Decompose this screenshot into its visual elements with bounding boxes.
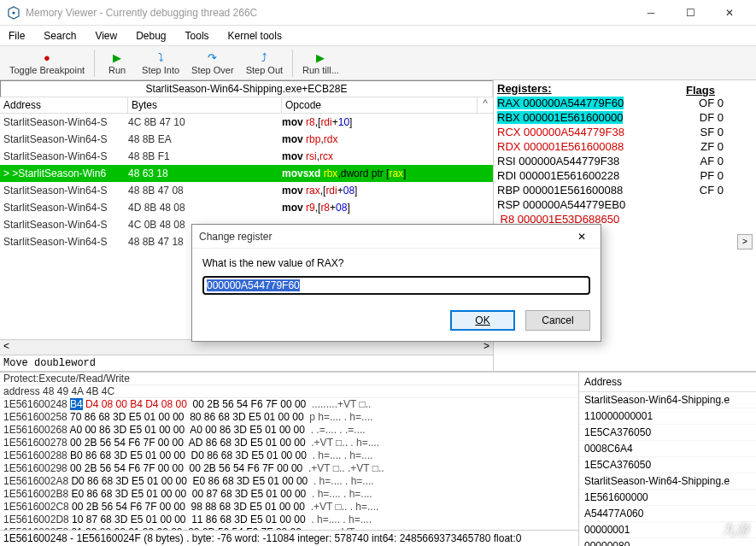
row-opcode: mov rax,[rdi+08]	[282, 185, 493, 197]
hex-row[interactable]: 1E561600298 00 2B 56 54 F6 7F 00 00 00 2…	[0, 462, 578, 475]
dialog-label: What is the new value of RAX?	[202, 257, 590, 269]
register-value-input[interactable]	[202, 276, 590, 295]
hex-row[interactable]: 1E561600278 00 2B 56 54 F6 7F 00 00 AD 8…	[0, 437, 578, 449]
menu-tools[interactable]: Tools	[182, 28, 213, 44]
row-bytes: 48 63 18	[128, 167, 282, 179]
col-address[interactable]: Address	[0, 97, 128, 113]
disasm-row[interactable]: StarlitSeason-Win64-S4C 8B 47 10mov r8,[…	[0, 114, 493, 131]
play-icon: ▶	[113, 51, 121, 65]
hex-status-bar: 1E561600248 - 1E56160024F (8 bytes) . by…	[0, 530, 578, 546]
maximize-button[interactable]: ☐	[671, 0, 710, 26]
register-row[interactable]: RBX 000001E561600000DF 0	[497, 111, 753, 126]
flag-pf: PF 0	[700, 169, 724, 182]
address-list-item[interactable]: 1E5CA376050	[579, 425, 756, 441]
address-list-item[interactable]: StarlitSeason-Win64-Shipping.e	[579, 473, 756, 490]
row-bytes: 48 8B F1	[128, 150, 282, 162]
flag-af: AF 0	[700, 155, 724, 167]
col-bytes[interactable]: Bytes	[128, 97, 282, 113]
hex-row[interactable]: 1E5616002A8 D0 86 68 3D E5 01 00 00 E0 8…	[0, 475, 578, 488]
address-list-item[interactable]: 00000001	[579, 522, 756, 538]
address-list-item[interactable]: 00000080	[579, 538, 756, 546]
hex-row[interactable]: 1E561600258 70 86 68 3D E5 01 00 00 80 8…	[0, 411, 578, 424]
address-list-item[interactable]: StarlitSeason-Win64-Shipping.e	[579, 392, 756, 408]
step-into-button[interactable]: ⤵ Step Into	[136, 48, 185, 79]
breakpoint-icon: ●	[44, 51, 50, 65]
step-over-button[interactable]: ↷ Step Over	[185, 48, 240, 79]
hex-row[interactable]: 1E561600268 A0 00 86 3D E5 01 00 00 A0 0…	[0, 424, 578, 437]
hex-row[interactable]: 1E5616002B8 E0 86 68 3D E5 01 00 00 00 8…	[0, 488, 578, 501]
menu-kernel-tools[interactable]: Kernel tools	[225, 28, 285, 44]
menu-debug[interactable]: Debug	[132, 28, 169, 44]
row-opcode: movsxd rbx,dword ptr [rax]	[282, 167, 493, 179]
flags-title: Flags	[686, 84, 715, 97]
separator	[292, 50, 293, 77]
hex-row[interactable]: 1E5616002C8 00 2B 56 54 F6 7F 00 00 98 8…	[0, 501, 578, 514]
hex-row[interactable]: 1E561600288 B0 86 68 3D E5 01 00 00 D0 8…	[0, 449, 578, 462]
address-list-item[interactable]: 110000000001	[579, 408, 756, 425]
flag-zf: ZF 0	[700, 140, 724, 153]
step-out-icon: ⤴	[261, 51, 267, 65]
disasm-row[interactable]: > >StarlitSeason-Win648 63 18movsxd rbx,…	[0, 165, 493, 182]
register-row[interactable]: RAX 000000A544779F60OF 0	[497, 97, 753, 111]
register-row[interactable]: RSI 000000A544779F38AF 0	[497, 155, 753, 169]
address-list-item[interactable]: A54477A060	[579, 506, 756, 522]
hex-column-header: address 48 49 4A 4B 4C	[0, 385, 578, 398]
register-row[interactable]: RCX 000000A544779F38SF 0	[497, 126, 753, 140]
disasm-header: Address Bytes Opcode ^	[0, 97, 493, 114]
instruction-info: Move doubleword	[0, 355, 493, 371]
address-list-panel: Address StarlitSeason-Win64-Shipping.e11…	[578, 373, 756, 546]
hex-dump-panel: Protect:Execute/Read/Write address 48 49…	[0, 373, 578, 546]
row-opcode: mov r9,[r8+08]	[282, 202, 493, 214]
toggle-breakpoint-button[interactable]: ● Toggle Breakpoint	[3, 48, 91, 79]
menu-file[interactable]: File	[5, 28, 28, 44]
address-list-item[interactable]: 1E561600000	[579, 490, 756, 506]
row-address: StarlitSeason-Win64-S	[0, 236, 128, 248]
titlebar: Memory Viewer - Currently debugging thre…	[0, 0, 756, 26]
window-title: Memory Viewer - Currently debugging thre…	[26, 7, 631, 19]
run-till-button[interactable]: ▶ Run till...	[296, 48, 345, 79]
ok-button[interactable]: OK	[450, 310, 515, 331]
col-opcode[interactable]: Opcode	[282, 97, 478, 113]
row-opcode: mov r8,[rdi+10]	[282, 116, 493, 128]
cancel-button[interactable]: Cancel	[525, 310, 590, 331]
row-bytes: 4C 8B 47 10	[128, 116, 282, 128]
register-row[interactable]: RBP 000001E561600088CF 0	[497, 184, 753, 198]
step-out-button[interactable]: ⤴ Step Out	[240, 48, 289, 79]
flag-of: OF 0	[699, 97, 724, 109]
row-opcode: mov rbp,rdx	[282, 133, 493, 145]
row-bytes: 48 8B 47 08	[128, 185, 282, 197]
hex-protect-line: Protect:Execute/Read/Write	[0, 373, 578, 385]
menu-view[interactable]: View	[91, 28, 120, 44]
hex-row[interactable]: 1E561600248 B4 D4 08 00 B4 D4 08 00 00 2…	[0, 398, 578, 411]
row-bytes: 48 8B EA	[128, 133, 282, 145]
dialog-title: Change register	[199, 231, 570, 243]
row-bytes: 4D 8B 48 08	[128, 202, 282, 214]
disasm-row[interactable]: StarlitSeason-Win64-S48 8B F1mov rsi,rcx	[0, 148, 493, 165]
row-address: StarlitSeason-Win64-S	[0, 219, 128, 231]
address-list-item[interactable]: 1E5CA376050	[579, 457, 756, 473]
flag-df: DF 0	[700, 111, 724, 124]
address-list-header[interactable]: Address	[579, 373, 756, 392]
row-address: > >StarlitSeason-Win6	[0, 167, 128, 179]
dialog-close-button[interactable]: ✕	[570, 225, 594, 249]
scroll-right-button[interactable]: >	[737, 234, 753, 250]
disasm-row[interactable]: StarlitSeason-Win64-S48 8B 47 08mov rax,…	[0, 182, 493, 199]
step-over-icon: ↷	[208, 51, 217, 65]
close-button[interactable]: ✕	[710, 0, 749, 26]
run-button[interactable]: ▶ Run	[98, 48, 136, 79]
register-row[interactable]: RSP 000000A544779EB0	[497, 198, 753, 213]
disasm-row[interactable]: StarlitSeason-Win64-S4D 8B 48 08mov r9,[…	[0, 199, 493, 216]
scroll-up-icon[interactable]: ^	[478, 97, 493, 113]
toolbar: ● Toggle Breakpoint ▶ Run ⤵ Step Into ↷ …	[0, 46, 756, 80]
register-row[interactable]: RDI 000001E561600228PF 0	[497, 169, 753, 184]
current-address-path: StarlitSeason-Win64-Shipping.exe+ECB28E	[0, 80, 493, 97]
menu-search[interactable]: Search	[40, 28, 79, 44]
minimize-button[interactable]: ─	[631, 0, 671, 26]
menubar: File Search View Debug Tools Kernel tool…	[0, 26, 756, 46]
change-register-dialog: Change register ✕ What is the new value …	[191, 224, 601, 342]
disasm-row[interactable]: StarlitSeason-Win64-S48 8B EAmov rbp,rdx	[0, 131, 493, 148]
address-list-item[interactable]: 0008C6A4	[579, 441, 756, 457]
separator	[94, 50, 95, 77]
hex-row[interactable]: 1E5616002D8 10 87 68 3D E5 01 00 00 11 8…	[0, 514, 578, 526]
register-row[interactable]: RDX 000001E561600088ZF 0	[497, 140, 753, 155]
